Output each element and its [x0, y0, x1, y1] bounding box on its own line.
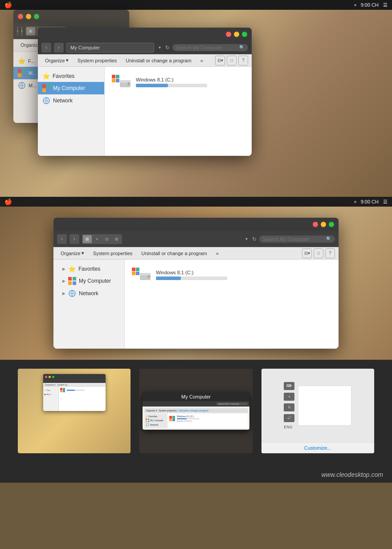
- svg-rect-37: [148, 419, 149, 420]
- refresh-2[interactable]: ↻: [252, 236, 257, 242]
- organize-btn-front[interactable]: Organize ▾: [41, 57, 72, 64]
- address-input-front[interactable]: [66, 43, 154, 53]
- system-props-label-2: System properties: [93, 251, 133, 256]
- sidebar-favorites-label-2: Favorites: [78, 266, 100, 272]
- menubar-icon: ☰: [383, 2, 388, 8]
- organize-btn-2[interactable]: Organize ▾: [57, 249, 88, 257]
- thumb1-drive-icon: [60, 388, 65, 392]
- more-btn-front[interactable]: »: [197, 57, 207, 64]
- titlebar-2: [53, 218, 339, 231]
- thumb1-drive-bar: [67, 390, 85, 391]
- address-dropdown-front[interactable]: ▾: [157, 45, 163, 50]
- thumb1-content: ★ Fav... ▶ My C...: [43, 386, 106, 411]
- window-2: ‹ › ⊞ ≡ ⊟ ⊠ ▾ ↻ 🔍 Organize ▾ System prop…: [53, 218, 339, 349]
- search-box-front: 🔍: [172, 44, 248, 51]
- min-btn-2[interactable]: [321, 222, 326, 227]
- max-btn-front[interactable]: [242, 32, 247, 37]
- thumbnail-1: Organize ▾ System pr... ★ Fav... ▶ My C.…: [18, 369, 131, 453]
- search-input-front[interactable]: [176, 45, 237, 50]
- sidebar-item-network-2[interactable]: ▶ Network: [53, 287, 124, 300]
- help-btn-2[interactable]: ?: [325, 248, 335, 258]
- fwd-btn-2[interactable]: ›: [69, 234, 79, 244]
- thumb2-menubar: Organize ▾ System properties Uninstall o…: [144, 408, 248, 413]
- main-pane-2: Windows 8.1 (C:): [125, 260, 339, 349]
- back-btn-2[interactable]: ‹: [57, 234, 67, 244]
- drive-name-2: Windows 8.1 (C:): [156, 270, 331, 275]
- drive-icon-front: [112, 74, 131, 90]
- section-2: ‹ › ⊞ ≡ ⊟ ⊠ ▾ ↻ 🔍 Organize ▾ System prop…: [0, 207, 392, 360]
- thumb3-icon4: 🔊: [284, 414, 294, 422]
- drive-item-2[interactable]: Windows 8.1 (C:): [130, 265, 333, 285]
- sidebar-network-label-front: Network: [53, 98, 73, 104]
- svg-rect-7: [47, 84, 50, 88]
- apple-icon-2[interactable]: 🍎: [4, 198, 12, 205]
- view-list-2[interactable]: ≡: [93, 235, 102, 243]
- thumb3-icon1: ⌨: [284, 382, 294, 390]
- menu-right-btns-front: ⊟▾ □ ?: [215, 56, 248, 65]
- drive-svg-front: [112, 74, 131, 90]
- svg-rect-9: [47, 89, 50, 92]
- customize-label[interactable]: Customize...: [304, 445, 331, 451]
- back-btn-back[interactable]: ‹: [17, 26, 18, 36]
- refresh-btn-front[interactable]: ↻: [165, 45, 170, 51]
- thumb1-fav-label: Fav...: [47, 389, 52, 391]
- sidebar-item-network-front[interactable]: Network: [38, 94, 104, 107]
- search-box-2: 🔍: [259, 236, 335, 243]
- more-btn-2[interactable]: »: [212, 250, 222, 257]
- min-btn-front[interactable]: [234, 32, 239, 37]
- fwd-btn-front[interactable]: ›: [54, 43, 64, 53]
- svg-rect-42: [172, 416, 175, 419]
- view-grid-2[interactable]: ⊞: [83, 235, 92, 243]
- max-btn-2[interactable]: [329, 222, 334, 227]
- view-icon-btn-2[interactable]: ⊟▾: [302, 248, 312, 258]
- preview-btn[interactable]: □: [227, 56, 237, 65]
- system-props-label: System properties: [78, 58, 117, 63]
- uninstall-btn-front[interactable]: Uninstall or change a program: [122, 57, 195, 64]
- search-input-2[interactable]: [263, 236, 324, 242]
- svg-rect-21: [68, 281, 72, 285]
- svg-rect-15: [116, 79, 119, 82]
- help-btn[interactable]: ?: [238, 56, 248, 65]
- close-btn-2[interactable]: [313, 222, 318, 227]
- thumb3-whitebox: [298, 386, 351, 426]
- section-3: Organize ▾ System pr... ★ Fav... ▶ My C.…: [0, 360, 392, 467]
- system-props-2[interactable]: System properties: [90, 250, 136, 257]
- fwd-btn-back[interactable]: ›: [21, 26, 22, 36]
- second-menubar: 🍎 9:00 CH ☰: [0, 197, 392, 207]
- close-btn-back[interactable]: [18, 14, 23, 19]
- view-tile-2[interactable]: ⊠: [112, 235, 121, 243]
- thumb3-monitor-icon: 🖥: [287, 405, 291, 409]
- menubar-dot-2: [354, 201, 356, 203]
- system-props-front[interactable]: System properties: [74, 57, 121, 64]
- thumb2-sb-item2: My Computer: [146, 419, 165, 422]
- drive-item-front[interactable]: Windows 8.1 (C:): [110, 72, 246, 92]
- apple-icon[interactable]: 🍎: [4, 1, 12, 8]
- thumb3-icon3: 🖥: [284, 403, 294, 411]
- back-btn-front[interactable]: ‹: [41, 43, 51, 53]
- thumb1-titlebar: [43, 374, 106, 379]
- thumb3-icons: ⌨ ● 🖥 🔊 ENG: [284, 382, 294, 429]
- min-btn-back[interactable]: [26, 14, 31, 19]
- dropdown-2[interactable]: ▾: [244, 236, 249, 241]
- view-detail-2[interactable]: ⊟: [102, 235, 111, 243]
- uninstall-btn-2[interactable]: Uninstall or change a program: [138, 250, 210, 257]
- thumb1-max[interactable]: [52, 376, 54, 378]
- window-front: ‹ › ▾ ↻ 🔍 Organize ▾ System properties U…: [38, 28, 252, 156]
- star-icon-back: ⭐: [18, 57, 25, 65]
- sidebar-item-favorites-2[interactable]: ▶ ⭐ Favorites: [53, 263, 124, 275]
- sidebar-item-mycomputer-front[interactable]: My Computer: [38, 82, 104, 94]
- titlebar-front: [38, 28, 252, 41]
- preview-btn-2[interactable]: □: [314, 248, 323, 258]
- menubar-time: 9:00 CH: [361, 2, 379, 8]
- view-grid-back[interactable]: ⊞: [26, 27, 35, 35]
- svg-rect-20: [73, 277, 76, 281]
- sidebar-item-mycomputer-2[interactable]: ▶ My Computer: [53, 275, 124, 287]
- close-btn-front[interactable]: [226, 32, 231, 37]
- max-btn-back[interactable]: [34, 14, 39, 19]
- thumb1-close[interactable]: [45, 376, 47, 378]
- view-icon-btn[interactable]: ⊟▾: [215, 56, 225, 65]
- svg-rect-26: [136, 268, 139, 271]
- thumb1-min[interactable]: [49, 376, 51, 378]
- addressbar-front: ‹ › ▾ ↻ 🔍: [38, 41, 252, 54]
- sidebar-item-favorites-front[interactable]: ⭐ Favorites: [38, 70, 104, 82]
